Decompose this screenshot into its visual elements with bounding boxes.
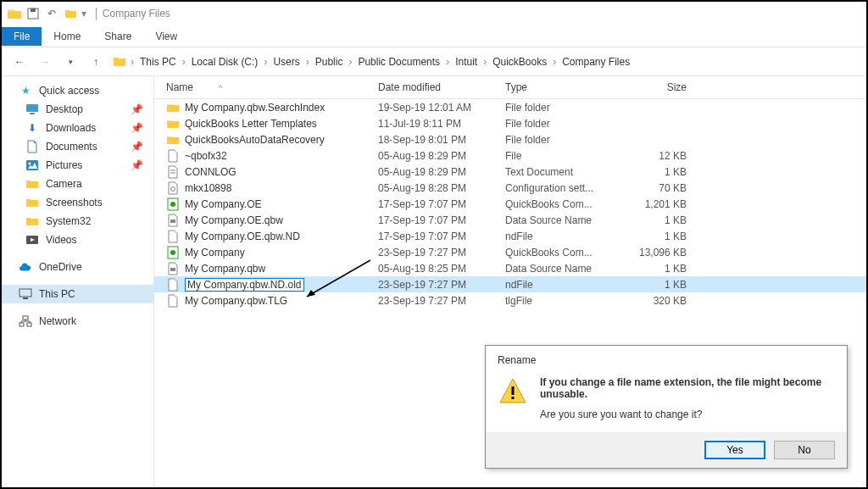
sidebar-item-screenshots[interactable]: Screenshots	[2, 193, 153, 212]
file-type: Data Source Name	[505, 214, 632, 226]
sidebar-thispc[interactable]: This PC	[2, 285, 153, 303]
sidebar-item-label: Desktop	[46, 103, 83, 115]
file-type: File folder	[505, 102, 632, 114]
col-name[interactable]: Name^	[166, 81, 378, 93]
file-row[interactable]: My Company.OE.qbw.ND17-Sep-19 7:07 PMndF…	[154, 228, 866, 244]
file-date: 23-Sep-19 7:27 PM	[378, 295, 505, 307]
tab-view[interactable]: View	[143, 27, 189, 46]
sidebar-onedrive[interactable]: OneDrive	[2, 258, 153, 276]
file-icon	[166, 181, 180, 195]
crumb-companyfiles[interactable]: Company Files	[559, 54, 632, 69]
folder-icon	[7, 6, 22, 21]
crumb-public[interactable]: Public	[313, 54, 346, 69]
sidebar-item-label: Downloads	[46, 122, 96, 134]
undo-icon[interactable]: ↶	[44, 6, 59, 21]
videos-icon	[25, 233, 39, 247]
sidebar-item-videos[interactable]: Videos	[2, 231, 153, 249]
sidebar-network[interactable]: Network	[2, 312, 153, 331]
file-size: 1 KB	[632, 279, 700, 291]
yes-button[interactable]: Yes	[704, 441, 765, 459]
tab-file[interactable]: File	[2, 27, 42, 46]
window-title: │ Company Files	[93, 8, 170, 19]
forward-button[interactable]: →	[36, 53, 54, 71]
file-date: 18-Sep-19 8:01 PM	[378, 134, 505, 146]
crumb-quickbooks[interactable]: QuickBooks	[490, 54, 549, 69]
svg-point-16	[170, 202, 175, 207]
sidebar-item-documents[interactable]: Documents 📌	[2, 137, 153, 156]
svg-point-5	[29, 163, 31, 165]
properties-icon[interactable]	[63, 6, 78, 21]
svg-point-19	[170, 250, 175, 255]
save-icon[interactable]	[25, 6, 41, 21]
sidebar-item-system32[interactable]: System32	[2, 212, 153, 231]
file-name: My Company.qbw	[185, 263, 265, 275]
svg-rect-22	[512, 386, 515, 395]
sidebar-item-label: Documents	[46, 141, 97, 153]
file-size: 12 KB	[632, 150, 700, 162]
pin-icon: 📌	[131, 103, 143, 115]
file-date: 11-Jul-19 8:11 PM	[378, 118, 505, 130]
sidebar: ★ Quick access Desktop 📌 ⬇ Downloads 📌 D…	[2, 76, 154, 487]
tab-share[interactable]: Share	[92, 27, 143, 46]
recent-dropdown[interactable]: ▾	[61, 53, 80, 71]
pc-icon	[19, 287, 32, 301]
back-button[interactable]: ←	[10, 53, 29, 71]
sidebar-quickaccess[interactable]: ★ Quick access	[2, 81, 153, 100]
file-size: 1 KB	[632, 166, 700, 178]
file-name: QuickBooksAutoDataRecovery	[185, 134, 325, 146]
file-name: My Company.OE	[185, 198, 261, 210]
crumb-intuit[interactable]: Intuit	[453, 54, 480, 69]
sidebar-item-label: Videos	[46, 234, 76, 246]
file-row[interactable]: My Company.qbw.SearchIndex19-Sep-19 12:0…	[154, 99, 866, 115]
file-row[interactable]: mkx1089805-Aug-19 8:28 PMConfiguration s…	[154, 180, 866, 196]
crumb-disk[interactable]: Local Disk (C:)	[189, 54, 261, 69]
file-icon	[166, 117, 180, 131]
file-size: 1 KB	[632, 263, 700, 275]
network-icon	[19, 314, 32, 328]
sidebar-item-label: Camera	[46, 178, 82, 190]
file-row[interactable]: CONNLOG05-Aug-19 8:29 PMText Document1 K…	[154, 164, 866, 180]
file-row[interactable]: My Company.qbw.TLG23-Sep-19 7:27 PMtlgFi…	[154, 292, 866, 308]
sidebar-item-desktop[interactable]: Desktop 📌	[2, 100, 153, 119]
ribbon: File Home Share View	[2, 25, 866, 47]
sidebar-item-downloads[interactable]: ⬇ Downloads 📌	[2, 119, 153, 137]
col-date[interactable]: Date modified	[378, 81, 505, 93]
file-icon	[166, 294, 180, 308]
file-name: CONNLOG	[185, 166, 236, 178]
rename-input[interactable]: My Company.qbw.ND.old	[185, 278, 304, 292]
file-row[interactable]: My Company.OE17-Sep-19 7:07 PMQuickBooks…	[154, 196, 866, 212]
file-row[interactable]: My Company23-Sep-19 7:27 PMQuickBooks Co…	[154, 244, 866, 260]
file-date: 17-Sep-19 7:07 PM	[378, 214, 505, 226]
star-icon: ★	[19, 84, 32, 97]
file-type: tlgFile	[505, 295, 632, 307]
file-row[interactable]: QuickBooksAutoDataRecovery18-Sep-19 8:01…	[154, 131, 866, 147]
up-button[interactable]: ↑	[86, 53, 105, 71]
sidebar-item-camera[interactable]: Camera	[2, 175, 153, 193]
no-button[interactable]: No	[774, 441, 835, 459]
sidebar-item-pictures[interactable]: Pictures 📌	[2, 156, 153, 175]
crumb-pubdocs[interactable]: Public Documents	[355, 54, 442, 69]
file-row[interactable]: My Company.qbw.ND.old23-Sep-19 7:27 PMnd…	[154, 276, 866, 292]
file-row[interactable]: My Company.qbw05-Aug-19 8:25 PMData Sour…	[154, 260, 866, 276]
file-row[interactable]: ~qbofx3205-Aug-19 8:29 PMFile12 KB	[154, 147, 866, 164]
file-name: My Company.qbw.SearchIndex	[185, 102, 325, 114]
file-size: 70 KB	[632, 182, 700, 194]
file-type: Text Document	[505, 166, 632, 178]
file-row[interactable]: My Company.OE.qbw17-Sep-19 7:07 PMData S…	[154, 212, 866, 228]
crumb-thispc[interactable]: This PC	[137, 54, 179, 69]
file-row[interactable]: QuickBooks Letter Templates11-Jul-19 8:1…	[154, 115, 866, 131]
pictures-icon	[25, 158, 39, 172]
file-type: ndFile	[505, 231, 632, 242]
crumb-users[interactable]: Users	[270, 54, 302, 69]
file-date: 05-Aug-19 8:25 PM	[378, 263, 505, 275]
file-icon	[166, 101, 180, 114]
file-date: 23-Sep-19 7:27 PM	[378, 279, 505, 291]
pin-icon: 📌	[131, 141, 143, 153]
col-size[interactable]: Size	[632, 81, 700, 93]
tab-home[interactable]: Home	[42, 27, 92, 46]
sidebar-item-label: Screenshots	[46, 197, 103, 208]
file-date: 05-Aug-19 8:28 PM	[378, 182, 505, 194]
warning-icon	[498, 376, 528, 407]
col-type[interactable]: Type	[505, 81, 632, 93]
file-name: ~qbofx32	[185, 150, 227, 162]
